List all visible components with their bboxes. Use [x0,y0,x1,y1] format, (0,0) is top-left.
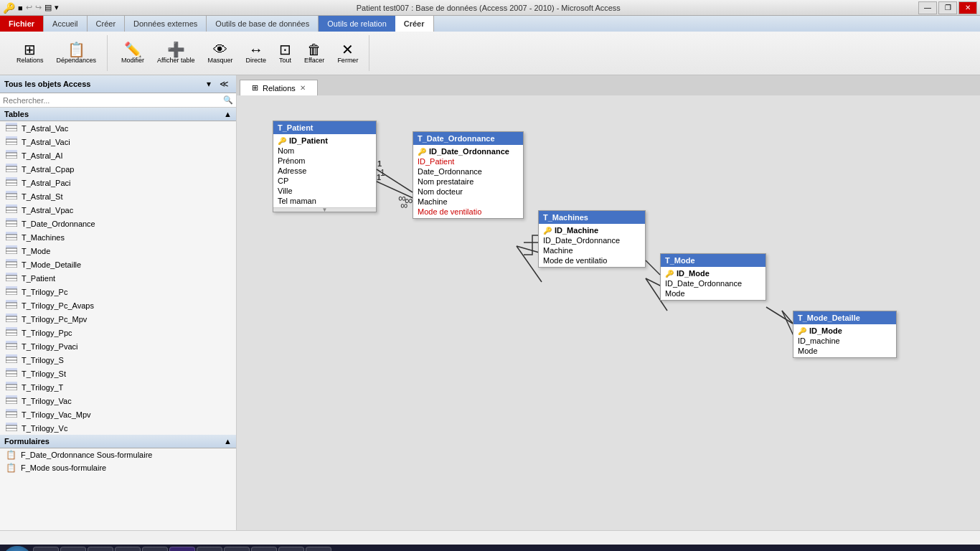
taskbar-btn-game[interactable]: 🎮 [306,547,331,551]
field-machine: Machine [539,245,645,255]
table-body-t-mode: 🔑ID_Mode ID_Date_Ordonnance Mode [661,267,765,300]
formulaires-section-header[interactable]: Formulaires ▲ [0,435,236,448]
field-mode: Mode [661,288,765,298]
table-t-mode[interactable]: T_Mode 🔑ID_Mode ID_Date_Ordonnance Mode [660,253,766,301]
table-header-t-mode-detaille: T_Mode_Detaille [793,311,896,324]
ribbon-tabs: Fichier Accueil Créer Données externes O… [0,16,980,32]
nav-item-t-astral-vaci[interactable]: T_Astral_Vaci [0,135,236,149]
close-button[interactable]: ✕ [958,1,977,14]
tables-section-header[interactable]: Tables ▲ [0,108,236,121]
document-area: ⊞ Relations ✕ 1 ∞ [237,75,980,530]
field-prenom: Prénom [273,156,376,166]
pk-icon: 🔑 [278,137,286,145]
window-controls[interactable]: — ❐ ✕ [918,1,977,14]
taskbar-btn-outlook[interactable]: 📧 [142,547,168,551]
relations-canvas[interactable]: 1 ∞ T_Patient 🔑ID_Patient [237,95,980,530]
nav-item-t-trilogy-vac[interactable]: T_Trilogy_Vac [0,394,236,408]
nav-item-t-trilogy-pc[interactable]: T_Trilogy_Pc [0,285,236,298]
tab-accueil[interactable]: Accueil [44,16,87,32]
table-icon [6,341,17,352]
statusbar [0,530,980,545]
taskbar-btn-excel[interactable]: 📊 [251,547,277,551]
nav-item-t-machines[interactable]: T_Machines [0,230,236,244]
table-icon [6,177,17,188]
table-body-t-patient: 🔑ID_Patient Nom Prénom Adresse CP Ville … [273,134,376,207]
nav-item-t-trilogy-st[interactable]: T_Trilogy_St [0,367,236,380]
ribbon-btn-masquer[interactable]: 👁 Masquer [202,40,237,66]
field-adresse: Adresse [273,166,376,176]
table-icon [6,204,17,215]
nav-item-t-trilogy-vc[interactable]: T_Trilogy_Vc [0,421,236,435]
field-nom-prestataire: Nom prestataire [413,176,523,187]
taskbar-btn-powerpoint[interactable]: 🎯 [224,547,250,551]
nav-item-f-date-ordonnance[interactable]: 📋 F_Date_Ordonnance Sous-formulaire [0,448,236,461]
masquer-icon: 👁 [213,42,227,57]
taskbar-btn-firefox[interactable]: 🦊 [115,547,141,551]
svg-rect-5 [6,136,17,139]
nav-item-t-astral-ai[interactable]: T_Astral_AI [0,149,236,162]
taskbar-btn-word[interactable]: 📝 [197,547,222,551]
ribbon-btn-ajouter-table[interactable]: ➕ Afficher table [152,40,199,66]
nav-item-t-date-ordonnance[interactable]: T_Date_Ordonnance [0,217,236,230]
nav-item-t-astral-vac[interactable]: T_Astral_Vac [0,121,236,135]
taskbar-btn-access[interactable]: Ⓐ [169,547,195,551]
nav-item-t-astral-paci[interactable]: T_Astral_Paci [0,176,236,189]
taskbar-btn-explorer[interactable]: 🌐 [33,547,59,551]
ribbon-btn-relations[interactable]: ⊞ Relations [11,40,49,66]
tab-creer[interactable]: Créer [88,16,126,32]
nav-item-t-patient[interactable]: T_Patient [0,271,236,285]
field-machine: Machine [413,197,523,207]
nav-item-t-trilogy-vac-mpv[interactable]: T_Trilogy_Vac_Mpv [0,408,236,421]
nav-item-t-trilogy-pvaci[interactable]: T_Trilogy_Pvaci [0,339,236,353]
table-icon [6,286,17,297]
search-input[interactable] [3,96,223,105]
table-icon [6,354,17,365]
pk-icon: 🔑 [665,270,674,278]
ribbon-btn-tout[interactable]: ⊡ Tout [274,40,296,66]
taskbar-btn-media[interactable]: 🎵 [88,547,113,551]
svg-rect-13 [6,164,17,166]
maximize-button[interactable]: ❐ [938,1,957,14]
tab-creer-sub[interactable]: Créer [395,16,434,32]
nav-item-t-astral-st[interactable]: T_Astral_St [0,189,236,203]
tab-fichier[interactable]: Fichier [0,16,44,32]
nav-item-t-trilogy-s[interactable]: T_Trilogy_S [0,353,236,367]
ribbon-btn-modifier-relation[interactable]: ✏️ Modifier [116,40,149,66]
nav-item-t-trilogy-t[interactable]: T_Trilogy_T [0,380,236,394]
nav-item-t-trilogy-ppc[interactable]: T_Trilogy_Ppc [0,326,236,339]
table-t-patient[interactable]: T_Patient 🔑ID_Patient Nom Prénom Adresse… [273,121,377,212]
field-nom-docteur: Nom docteur [413,187,523,197]
table-t-date-ordonnance[interactable]: T_Date_Ordonnance 🔑ID_Date_Ordonnance ID… [413,131,524,219]
nav-close-btn[interactable]: ≪ [217,78,232,90]
tab-outils-relation[interactable]: Outils de relation [319,16,395,32]
tab-relations-label: Relations [263,84,296,93]
nav-item-t-astral-cpap[interactable]: T_Astral_Cpap [0,162,236,176]
tab-outils-bdd[interactable]: Outils de base de données [207,16,319,32]
ribbon-btn-directe[interactable]: ↔️ Directe [240,40,271,66]
start-button[interactable]: ⊞ [3,546,32,551]
tab-donnees-externes[interactable]: Données externes [125,16,207,32]
nav-item-t-trilogy-pc-mpv[interactable]: T_Trilogy_Pc_Mpv [0,312,236,326]
table-icon [6,273,17,283]
svg-rect-33 [6,232,17,235]
nav-item-t-trilogy-pc-avaps[interactable]: T_Trilogy_Pc_Avaps [0,298,236,312]
tab-relations[interactable]: ⊞ Relations ✕ [240,80,318,95]
table-t-machines[interactable]: T_Machines 🔑ID_Machine ID_Date_Ordonnanc… [538,210,646,268]
table-header-t-date-ordonnance: T_Date_Ordonnance [413,132,523,145]
nav-item-t-mode[interactable]: T_Mode [0,244,236,258]
tables-collapse-icon: ▲ [224,110,232,118]
svg-line-101 [377,169,413,192]
tab-close-button[interactable]: ✕ [300,84,306,92]
ribbon-btn-dependances[interactable]: 📋 Dépendances [52,40,102,66]
nav-collapse-btn[interactable]: ▾ [204,78,214,90]
ribbon-btn-fermer[interactable]: ✕ Fermer [332,40,363,66]
nav-item-t-astral-vpac[interactable]: T_Astral_Vpac [0,203,236,217]
taskbar-btn-green[interactable]: 🖼 [278,547,304,551]
taskbar-btn-files[interactable]: 📁 [60,547,86,551]
svg-rect-21 [6,191,17,194]
table-t-mode-detaille[interactable]: T_Mode_Detaille 🔑ID_Mode ID_machine Mode [793,311,897,358]
nav-item-t-mode-detaille[interactable]: T_Mode_Detaille [0,258,236,271]
minimize-button[interactable]: — [918,1,937,14]
nav-item-f-mode[interactable]: 📋 F_Mode sous-formulaire [0,461,236,474]
ribbon-btn-effacer[interactable]: 🗑 Effacer [299,40,329,66]
